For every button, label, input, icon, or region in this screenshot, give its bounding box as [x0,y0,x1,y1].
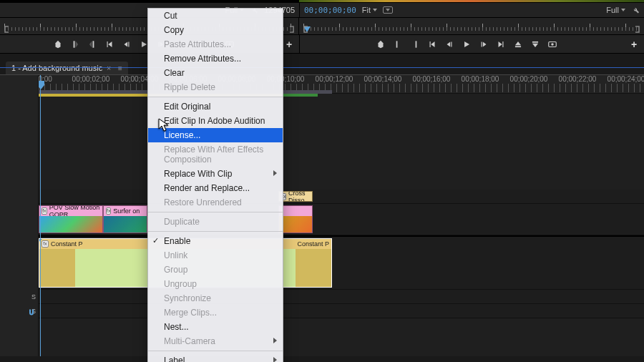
active-panel-indicator [0,67,644,68]
menu-item[interactable]: Replace With Clip [148,167,283,181]
wrench-icon[interactable] [631,6,640,14]
audio-crossfade-right[interactable] [296,249,331,287]
svg-point-6 [551,43,554,46]
audio-transition-label: Constant P [51,240,83,248]
clip-thumbnail [279,216,312,233]
fx-badge-icon: fx [42,207,47,215]
submenu-arrow-icon [273,170,277,176]
program-timecode[interactable]: 00;00;00;00 [304,6,356,15]
mouse-cursor-icon [158,118,170,132]
menu-separator [148,212,283,212]
snap-icon[interactable] [27,308,36,317]
menu-item: Restore Unrendered [148,195,283,210]
track-v1[interactable]: fxPOV Slow Motion GOPR fxPOV Surfer on B [39,204,644,235]
submenu-arrow-icon [273,338,277,343]
track-a1[interactable]: fx Constant P Constant P [39,237,644,290]
audio-crossfade-left[interactable] [39,249,75,287]
go-to-in-button[interactable] [427,39,437,49]
audio-transition-label: Constant P [297,240,329,248]
menu-item: Synchronize [148,291,283,305]
program-resolution-label: Full [606,6,619,14]
timeline-tracks[interactable]: ;00;0000;00;02;0000;00;04;0000;00;06;000… [39,75,644,356]
mark-out-button[interactable] [410,39,420,49]
monitor-controls-row: Full 1294705 00;00;00;00 Fit Full [0,2,644,18]
lift-button[interactable] [513,39,523,49]
menu-separator [148,351,283,351]
menu-item: Multi-Camera [148,334,283,348]
sequence-tab[interactable]: 1 - Add background music × ≡ [6,62,128,74]
program-ruler[interactable] [299,18,644,35]
submenu-arrow-icon [273,357,277,362]
menu-item: Ripple Delete [148,80,283,94]
step-back-button[interactable] [444,39,454,49]
menu-item[interactable]: Edit Original [148,99,283,114]
menu-item[interactable]: Label [148,353,283,362]
sequence-tabbar: 1 - Add background music × ≡ [0,61,644,75]
ruler-tick-label: 00;00;18;00 [462,75,499,83]
ruler-tick-label: 00;00;22;00 [559,75,597,83]
program-transport: + [299,35,644,53]
mark-in-button[interactable] [70,39,80,49]
chevron-down-icon [621,9,625,11]
export-frame-button[interactable] [547,39,557,49]
program-resolution-dropdown[interactable]: Full [606,6,625,14]
ruler-tick-label: 00;00;24;00 [608,75,644,83]
svg-rect-3 [514,46,520,47]
step-forward-button[interactable] [479,39,489,49]
chevron-down-icon [373,9,377,11]
video-clip[interactable]: fxPOV Surfer on B [103,205,147,233]
menu-item[interactable]: Clear [148,66,283,80]
monitor-previews [0,0,644,2]
video-tracks-spacer [39,97,644,190]
clip-thumbnail [39,216,102,233]
menu-item[interactable]: Copy [148,23,283,37]
close-icon[interactable]: × [107,64,111,72]
ruler-tick-label: 00;00;12;00 [316,75,353,83]
program-monitor-controls: 00;00;00;00 Fit Full [299,3,644,17]
source-monitor-preview [0,0,299,2]
go-to-in-button[interactable] [104,39,114,49]
fx-badge-icon: fx [42,240,49,248]
menu-item[interactable]: Nest... [148,320,283,334]
video-clip[interactable]: fxPOV Slow Motion GOPR [39,205,103,233]
menu-item[interactable]: Remove Attributes... [148,52,283,66]
panel-menu-icon[interactable]: ≡ [118,64,122,72]
extract-button[interactable] [530,39,540,49]
track-v2[interactable]: fxCross Disso [39,190,644,204]
step-back-button[interactable] [122,39,132,49]
menu-item[interactable]: Cut [148,9,283,23]
playhead[interactable] [40,75,41,356]
menu-item[interactable]: Render and Replace... [148,181,283,195]
ruler-tick-label: 00;00;20;00 [510,75,548,83]
menu-item: Merge Clips... [148,305,283,320]
timeline-ruler[interactable]: ;00;0000;00;02;0000;00;04;0000;00;06;000… [39,75,644,94]
menu-separator [148,97,283,97]
button-editor-plus[interactable]: + [283,39,295,50]
program-zoom-label: Fit [362,6,371,14]
menu-separator [148,231,283,232]
track-a3[interactable] [39,304,644,318]
transition-clip[interactable]: fxCross Disso [278,191,313,202]
ruler-tick-label: 00;00;16;00 [413,75,451,83]
menu-item: Group [148,263,283,277]
fx-badge-icon: fx [106,207,111,215]
transport-row: + + [0,35,644,54]
video-clip[interactable] [278,205,313,233]
ruler-tick-label: 00;00;02;00 [72,75,110,83]
svg-rect-4 [532,41,537,42]
go-to-out-button[interactable] [496,39,506,49]
add-marker-button[interactable] [53,39,63,49]
play-button[interactable] [462,39,472,49]
add-marker-button[interactable] [376,39,386,49]
menu-item: Ungroup [148,277,283,291]
menu-item[interactable]: Enable✓ [148,234,283,248]
settings-dropdown-icon[interactable] [383,6,393,14]
mark-in-button[interactable] [393,39,403,49]
ruler-tick-label: 00;00;14;00 [364,75,402,83]
program-zoom-dropdown[interactable]: Fit [362,6,377,14]
track-header-a2[interactable]: S [0,290,39,304]
button-editor-plus[interactable]: + [628,39,640,50]
track-a2[interactable] [39,290,644,304]
mark-out-button[interactable] [87,39,97,49]
menu-item: Duplicate [148,215,283,229]
